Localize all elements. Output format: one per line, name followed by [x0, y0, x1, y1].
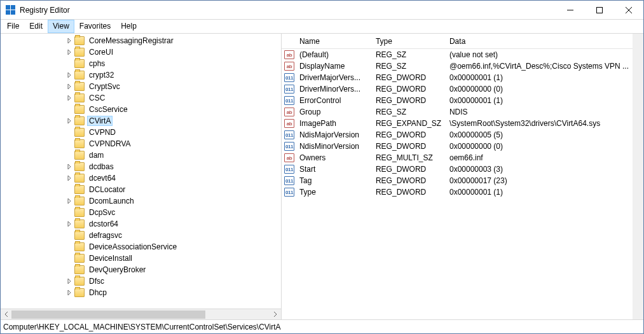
values-header: Name Type Data	[282, 34, 633, 49]
menu-file[interactable]: File	[2, 20, 24, 33]
twisty-closed-icon[interactable]	[64, 164, 74, 169]
twisty-closed-icon[interactable]	[64, 38, 74, 43]
tree-item[interactable]: cphs	[1, 58, 281, 69]
tree-item[interactable]: DeviceInstall	[1, 253, 281, 264]
tree-item[interactable]: dam	[1, 150, 281, 161]
twisty-closed-icon[interactable]	[64, 290, 74, 295]
value-data: oem66.inf	[446, 153, 633, 162]
tree-item[interactable]: crypt32	[1, 69, 281, 81]
scroll-left-button[interactable]	[1, 309, 11, 320]
tree-pane: CoreMessagingRegistrarCoreUIcphscrypt32C…	[1, 34, 282, 319]
tree-item[interactable]: dcstor64	[1, 218, 281, 230]
tree-item-label[interactable]: CoreUI	[87, 48, 115, 57]
tree-item[interactable]: CVPNDRVA	[1, 138, 281, 150]
tree-item[interactable]: Dhcp	[1, 287, 281, 298]
twisty-closed-icon[interactable]	[64, 50, 74, 55]
tree-item[interactable]: CSC	[1, 92, 281, 104]
minimize-button[interactable]	[556, 1, 585, 19]
string-value-icon: ab	[284, 50, 294, 59]
twisty-closed-icon[interactable]	[64, 198, 74, 204]
tree-item-label[interactable]: DCLocator	[87, 185, 127, 194]
tree-item[interactable]: DcpSvc	[1, 207, 281, 218]
tree-item-label[interactable]: dcdbas	[87, 162, 116, 171]
tree-item[interactable]: DevQueryBroker	[1, 264, 281, 275]
value-data: 0x00000003 (3)	[446, 165, 633, 174]
tree-item-label[interactable]: CSC	[87, 94, 107, 102]
value-row[interactable]: 011NdisMajorVersionREG_DWORD0x00000005 (…	[282, 129, 633, 141]
tree-item-label[interactable]: CscService	[87, 105, 130, 114]
scroll-right-button[interactable]	[270, 309, 281, 320]
tree-item[interactable]: CoreUI	[1, 46, 281, 58]
menu-view[interactable]: View	[48, 20, 74, 33]
binary-value-icon: 011	[284, 73, 294, 82]
tree-item-label[interactable]: DevQueryBroker	[87, 265, 147, 274]
tree-item[interactable]: CVPND	[1, 127, 281, 138]
tree-item[interactable]: defragsvc	[1, 230, 281, 241]
value-row[interactable]: abGroupREG_SZNDIS	[282, 106, 633, 118]
menu-help[interactable]: Help	[116, 20, 142, 33]
tree-item[interactable]: Dfsc	[1, 275, 281, 287]
tree-item-label[interactable]: dcstor64	[87, 219, 120, 228]
col-header-data[interactable]: Data	[446, 34, 633, 48]
value-row[interactable]: 011DriverMinorVers...REG_DWORD0x00000000…	[282, 83, 633, 95]
values-vscrollbar[interactable]	[633, 34, 643, 319]
tree-item-label[interactable]: CVirtA	[87, 116, 113, 126]
value-row[interactable]: ab(Default)REG_SZ(value not set)	[282, 49, 633, 60]
value-type: REG_DWORD	[372, 73, 446, 82]
tree-item-label[interactable]: CoreMessagingRegistrar	[87, 36, 175, 45]
tree-item[interactable]: CryptSvc	[1, 81, 281, 92]
tree-item-label[interactable]: defragsvc	[87, 231, 124, 240]
tree-item[interactable]: DcomLaunch	[1, 195, 281, 207]
tree-item[interactable]: CVirtA	[1, 115, 281, 127]
tree-item[interactable]: DCLocator	[1, 184, 281, 195]
tree-item-label[interactable]: Dfsc	[87, 277, 106, 286]
tree-item-label[interactable]: crypt32	[87, 71, 116, 80]
tree-item[interactable]: CscService	[1, 104, 281, 115]
value-row[interactable]: 011DriverMajorVers...REG_DWORD0x00000001…	[282, 72, 633, 83]
value-name: Owners	[296, 153, 372, 162]
twisty-closed-icon[interactable]	[64, 176, 74, 181]
close-button[interactable]	[614, 1, 643, 19]
value-row[interactable]: abImagePathREG_EXPAND_SZ\SystemRoot\Syst…	[282, 118, 633, 129]
tree-scroll[interactable]: CoreMessagingRegistrarCoreUIcphscrypt32C…	[1, 34, 281, 309]
tree-item-label[interactable]: DeviceAssociationService	[87, 242, 179, 251]
tree-hscrollbar[interactable]	[1, 309, 281, 319]
tree-item[interactable]: dcdbas	[1, 161, 281, 172]
tree-item[interactable]: dcevt64	[1, 172, 281, 184]
tree-item[interactable]: DeviceAssociationService	[1, 241, 281, 253]
tree-item-label[interactable]: DeviceInstall	[87, 254, 134, 263]
folder-icon	[74, 105, 85, 114]
col-header-name[interactable]: Name	[296, 34, 372, 48]
tree-item-label[interactable]: DcpSvc	[87, 208, 117, 217]
tree-item-label[interactable]: dam	[87, 151, 106, 160]
twisty-closed-icon[interactable]	[64, 73, 74, 78]
twisty-closed-icon[interactable]	[64, 95, 74, 101]
tree-item-label[interactable]: CVPND	[87, 128, 118, 137]
tree-item-label[interactable]: cphs	[87, 59, 107, 68]
twisty-closed-icon[interactable]	[64, 118, 74, 123]
menu-favorites[interactable]: Favorites	[74, 20, 116, 33]
twisty-closed-icon[interactable]	[64, 221, 74, 226]
value-row[interactable]: abDisplayNameREG_SZ@oem66.inf,%CVirtA_De…	[282, 60, 633, 72]
tree-item-label[interactable]: Dhcp	[87, 288, 109, 297]
value-row[interactable]: 011NdisMinorVersionREG_DWORD0x00000000 (…	[282, 141, 633, 152]
maximize-button[interactable]	[585, 1, 614, 19]
tree-item-label[interactable]: DcomLaunch	[87, 197, 136, 205]
scroll-thumb[interactable]	[11, 310, 205, 319]
tree-item-label[interactable]: dcevt64	[87, 174, 118, 183]
tree-item-label[interactable]: CVPNDRVA	[87, 139, 133, 148]
value-row[interactable]: 011ErrorControlREG_DWORD0x00000001 (1)	[282, 95, 633, 106]
col-header-type[interactable]: Type	[372, 34, 446, 48]
value-row[interactable]: 011TagREG_DWORD0x00000017 (23)	[282, 175, 633, 186]
menu-edit[interactable]: Edit	[24, 20, 48, 33]
tree-item-label[interactable]: CryptSvc	[87, 82, 122, 91]
value-row[interactable]: abOwnersREG_MULTI_SZoem66.inf	[282, 152, 633, 164]
tree-item[interactable]: CoreMessagingRegistrar	[1, 35, 281, 46]
scroll-track[interactable]	[11, 309, 270, 320]
titlebar[interactable]: Registry Editor	[1, 1, 643, 20]
values-list[interactable]: ab(Default)REG_SZ(value not set)abDispla…	[282, 49, 633, 319]
value-row[interactable]: 011TypeREG_DWORD0x00000001 (1)	[282, 186, 633, 198]
twisty-closed-icon[interactable]	[64, 279, 74, 284]
twisty-closed-icon[interactable]	[64, 84, 74, 89]
value-row[interactable]: 011StartREG_DWORD0x00000003 (3)	[282, 164, 633, 175]
